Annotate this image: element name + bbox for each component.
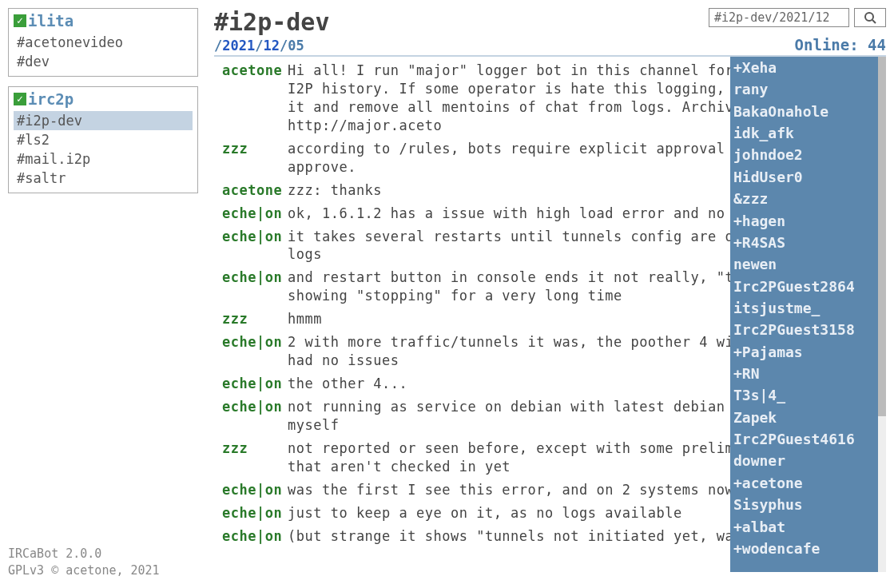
app-version: IRCaBot 2.0.0 (8, 546, 198, 563)
user-item[interactable]: +hagen (733, 210, 875, 232)
user-item[interactable]: +R4SAS (733, 232, 875, 253)
user-item[interactable]: Irc2PGuest4616 (733, 428, 875, 450)
channel-item[interactable]: #dev (14, 52, 193, 71)
user-item[interactable]: itsjustme_ (733, 297, 875, 319)
message-nick: acetone (222, 181, 288, 200)
channel-item[interactable]: #saltr (14, 169, 193, 188)
search-input[interactable] (709, 8, 849, 27)
user-list: +XeharanyBakaOnaholeidk_afkjohndoe2HidUs… (730, 57, 878, 572)
channel-item[interactable]: #acetonevideo (14, 33, 193, 52)
message-nick: eche|on (222, 205, 288, 223)
channel-title: #i2p-dev (214, 8, 330, 36)
topbar: #i2p-dev (214, 8, 886, 36)
online-count: Online: 44 (795, 36, 886, 54)
message-nick: acetone (222, 62, 288, 80)
check-icon: ✓ (14, 93, 26, 105)
user-item[interactable]: +albat (733, 516, 875, 538)
user-item[interactable]: BakaOnahole (733, 101, 875, 122)
user-item[interactable]: Zapek (733, 407, 875, 428)
search-button[interactable] (854, 8, 886, 27)
user-item[interactable]: T3s|4_ (733, 384, 875, 406)
user-item[interactable]: +Xeha (733, 57, 875, 78)
search-icon (864, 11, 876, 24)
user-item[interactable]: +wodencafe (733, 538, 875, 559)
user-item[interactable]: &zzz (733, 188, 875, 209)
user-item[interactable]: idk_afk (733, 122, 875, 144)
network-title[interactable]: ✓ irc2p (14, 90, 193, 108)
message-nick: eche|on (222, 333, 288, 352)
user-item[interactable]: Sisyphus (733, 494, 875, 515)
check-icon: ✓ (14, 14, 26, 27)
message-nick: zzz (222, 140, 288, 158)
network-irc2p: ✓ irc2p #i2p-dev #ls2 #mail.i2p #saltr (8, 86, 198, 193)
network-name: ilita (28, 12, 74, 30)
network-name: irc2p (28, 90, 74, 108)
breadcrumb[interactable]: /2021/12/05 (214, 38, 304, 54)
app-license: GPLv3 © acetone, 2021 (8, 562, 198, 580)
message-nick: eche|on (222, 228, 288, 246)
svg-line-1 (872, 20, 876, 23)
message-nick: eche|on (222, 398, 288, 416)
sidebar: ✓ ilita #acetonevideo #dev ✓ irc2p #i2p-… (0, 0, 206, 588)
user-item[interactable]: downer (733, 450, 875, 471)
scrollbar[interactable] (878, 57, 886, 572)
main: #i2p-dev /2021/12/05 Online: 44 acetoneH… (206, 0, 894, 588)
content-area: acetoneHi all! I run "major" logger bot … (214, 55, 886, 588)
channel-item[interactable]: #ls2 (14, 130, 193, 149)
network-title[interactable]: ✓ ilita (14, 12, 193, 30)
user-item[interactable]: Irc2PGuest3158 (733, 319, 875, 340)
network-ilita: ✓ ilita #acetonevideo #dev (8, 8, 198, 77)
svg-point-0 (865, 13, 873, 21)
message-nick: eche|on (222, 504, 288, 522)
user-item[interactable]: johndoe2 (733, 144, 875, 165)
message-nick: zzz (222, 439, 288, 458)
message-nick: zzz (222, 310, 288, 328)
search-area (709, 8, 886, 27)
channel-item[interactable]: #i2p-dev (14, 111, 193, 130)
message-nick: eche|on (222, 268, 288, 287)
user-item[interactable]: Irc2PGuest2864 (733, 276, 875, 297)
message-nick: eche|on (222, 527, 288, 546)
channel-list: #acetonevideo #dev (14, 33, 193, 71)
user-item[interactable]: +RN (733, 363, 875, 384)
user-item[interactable]: +Pajamas (733, 341, 875, 363)
user-item[interactable]: HidUser0 (733, 166, 875, 188)
channel-list: #i2p-dev #ls2 #mail.i2p #saltr (14, 111, 193, 188)
message-nick: eche|on (222, 481, 288, 499)
channel-item[interactable]: #mail.i2p (14, 149, 193, 169)
user-item[interactable]: rany (733, 78, 875, 100)
subbar: /2021/12/05 Online: 44 (214, 36, 886, 54)
scroll-thumb[interactable] (878, 57, 886, 416)
footer: IRCaBot 2.0.0 GPLv3 © acetone, 2021 (8, 546, 198, 589)
user-item[interactable]: +acetone (733, 472, 875, 494)
message-nick: eche|on (222, 375, 288, 393)
user-item[interactable]: newen (733, 253, 875, 275)
